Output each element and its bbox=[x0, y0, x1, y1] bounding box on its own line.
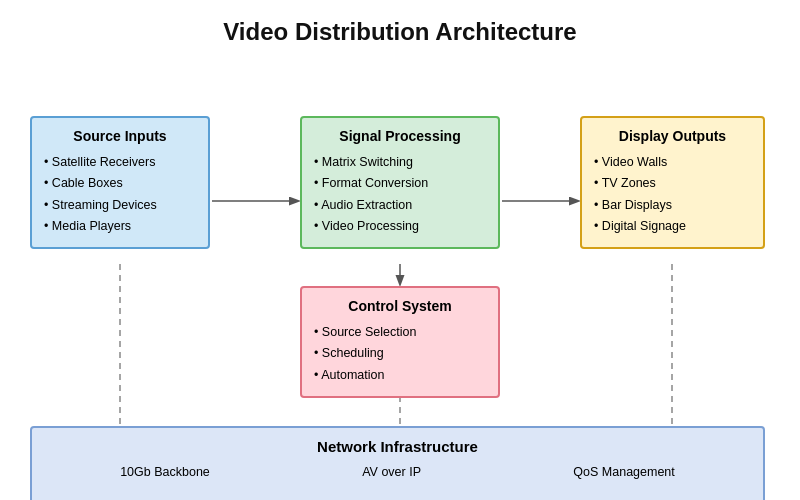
list-item: Source Selection bbox=[314, 322, 486, 343]
list-item: Audio Extraction bbox=[314, 195, 486, 216]
list-item: Format Conversion bbox=[314, 173, 486, 194]
list-item: Satellite Receivers bbox=[44, 152, 196, 173]
control-system-box: Control System Source SelectionSchedulin… bbox=[300, 286, 500, 398]
list-item: Media Players bbox=[44, 216, 196, 237]
source-inputs-list: Satellite ReceiversCable BoxesStreaming … bbox=[44, 152, 196, 237]
signal-processing-box: Signal Processing Matrix SwitchingFormat… bbox=[300, 116, 500, 249]
list-item: Video Walls bbox=[594, 152, 751, 173]
list-item: Bar Displays bbox=[594, 195, 751, 216]
network-item: 10Gb Backbone bbox=[120, 465, 210, 479]
display-outputs-box: Display Outputs Video WallsTV ZonesBar D… bbox=[580, 116, 765, 249]
control-system-list: Source SelectionSchedulingAutomation bbox=[314, 322, 486, 386]
signal-processing-title: Signal Processing bbox=[314, 128, 486, 144]
list-item: Video Processing bbox=[314, 216, 486, 237]
network-item: AV over IP bbox=[362, 465, 421, 479]
source-inputs-title: Source Inputs bbox=[44, 128, 196, 144]
list-item: Streaming Devices bbox=[44, 195, 196, 216]
network-item: QoS Management bbox=[573, 465, 674, 479]
control-system-title: Control System bbox=[314, 298, 486, 314]
list-item: Cable Boxes bbox=[44, 173, 196, 194]
list-item: Digital Signage bbox=[594, 216, 751, 237]
signal-processing-list: Matrix SwitchingFormat ConversionAudio E… bbox=[314, 152, 486, 237]
list-item: Automation bbox=[314, 365, 486, 386]
display-outputs-title: Display Outputs bbox=[594, 128, 751, 144]
source-inputs-box: Source Inputs Satellite ReceiversCable B… bbox=[30, 116, 210, 249]
display-outputs-list: Video WallsTV ZonesBar DisplaysDigital S… bbox=[594, 152, 751, 237]
network-infrastructure-box: Network Infrastructure 10Gb BackboneAV o… bbox=[30, 426, 765, 500]
network-infrastructure-title: Network Infrastructure bbox=[44, 438, 751, 455]
list-item: Matrix Switching bbox=[314, 152, 486, 173]
list-item: TV Zones bbox=[594, 173, 751, 194]
list-item: Scheduling bbox=[314, 343, 486, 364]
network-infrastructure-items: 10Gb BackboneAV over IPQoS Management bbox=[44, 465, 751, 479]
page-title: Video Distribution Architecture bbox=[0, 0, 800, 56]
